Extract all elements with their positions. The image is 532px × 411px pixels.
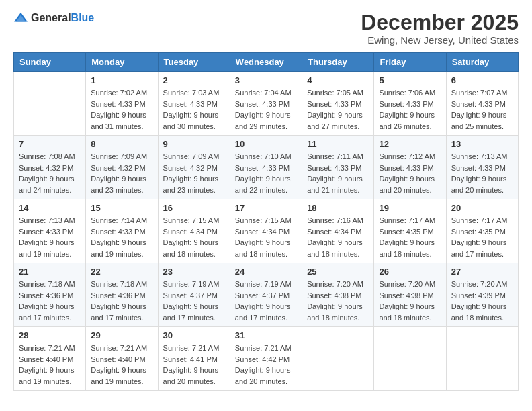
calendar-cell: 7Sunrise: 7:08 AMSunset: 4:32 PMDaylight… [14,136,86,199]
day-detail: Sunrise: 7:18 AMSunset: 4:36 PMDaylight:… [91,279,152,323]
calendar-cell: 5Sunrise: 7:06 AMSunset: 4:33 PMDaylight… [374,72,446,136]
day-detail: Sunrise: 7:08 AMSunset: 4:32 PMDaylight:… [19,151,81,195]
day-number: 30 [163,330,225,340]
day-number: 10 [235,139,297,149]
calendar-cell: 27Sunrise: 7:20 AMSunset: 4:39 PMDayligh… [446,263,518,327]
day-number: 22 [91,267,152,277]
calendar-week-row-1: 7Sunrise: 7:08 AMSunset: 4:32 PMDaylight… [14,136,519,199]
calendar-cell: 10Sunrise: 7:10 AMSunset: 4:33 PMDayligh… [230,136,302,199]
day-detail: Sunrise: 7:12 AMSunset: 4:33 PMDaylight:… [379,151,441,195]
col-friday: Friday [374,53,446,72]
calendar-week-row-3: 21Sunrise: 7:18 AMSunset: 4:36 PMDayligh… [14,263,519,327]
day-detail: Sunrise: 7:02 AMSunset: 4:33 PMDaylight:… [91,87,152,132]
col-sunday: Sunday [14,53,86,72]
day-number: 24 [235,267,297,277]
calendar-cell: 8Sunrise: 7:09 AMSunset: 4:32 PMDaylight… [86,136,158,199]
calendar-week-row-2: 14Sunrise: 7:13 AMSunset: 4:33 PMDayligh… [14,199,519,263]
day-number: 23 [163,267,225,277]
calendar-cell: 29Sunrise: 7:21 AMSunset: 4:40 PMDayligh… [86,327,158,391]
calendar-week-row-0: 1Sunrise: 7:02 AMSunset: 4:33 PMDaylight… [14,72,519,136]
calendar-cell: 17Sunrise: 7:15 AMSunset: 4:34 PMDayligh… [230,199,302,263]
day-detail: Sunrise: 7:21 AMSunset: 4:40 PMDaylight:… [19,342,81,387]
day-detail: Sunrise: 7:19 AMSunset: 4:37 PMDaylight:… [163,279,225,323]
col-monday: Monday [86,53,158,72]
logo-blue: Blue [71,12,95,24]
day-detail: Sunrise: 7:10 AMSunset: 4:33 PMDaylight:… [235,151,297,195]
calendar-cell: 14Sunrise: 7:13 AMSunset: 4:33 PMDayligh… [14,199,86,263]
logo-icon [13,11,28,26]
day-number: 21 [19,267,81,277]
col-wednesday: Wednesday [230,53,302,72]
day-detail: Sunrise: 7:15 AMSunset: 4:34 PMDaylight:… [163,215,225,259]
day-detail: Sunrise: 7:11 AMSunset: 4:33 PMDaylight:… [307,151,369,195]
day-number: 4 [307,75,369,85]
day-detail: Sunrise: 7:21 AMSunset: 4:40 PMDaylight:… [91,342,152,387]
day-number: 7 [19,139,81,149]
calendar-cell: 20Sunrise: 7:17 AMSunset: 4:35 PMDayligh… [446,199,518,263]
logo: GeneralBlue [13,11,94,26]
day-number: 18 [307,203,369,213]
day-number: 25 [307,267,369,277]
day-number: 11 [307,139,369,149]
day-detail: Sunrise: 7:13 AMSunset: 4:33 PMDaylight:… [451,151,513,195]
day-number: 5 [379,75,441,85]
day-detail: Sunrise: 7:20 AMSunset: 4:39 PMDaylight:… [451,279,513,323]
col-thursday: Thursday [302,53,374,72]
calendar-cell: 9Sunrise: 7:09 AMSunset: 4:32 PMDaylight… [158,136,230,199]
day-number: 17 [235,203,297,213]
day-number: 9 [163,139,225,149]
calendar-header-row: Sunday Monday Tuesday Wednesday Thursday… [14,53,519,72]
day-number: 6 [451,75,513,85]
day-number: 27 [451,267,513,277]
day-number: 2 [163,75,225,85]
calendar-cell: 19Sunrise: 7:17 AMSunset: 4:35 PMDayligh… [374,199,446,263]
day-detail: Sunrise: 7:17 AMSunset: 4:35 PMDaylight:… [379,215,441,259]
calendar-cell: 30Sunrise: 7:21 AMSunset: 4:41 PMDayligh… [158,327,230,391]
calendar-cell [302,327,374,391]
page-title: December 2025 [361,11,519,34]
page-subtitle: Ewing, New Jersey, United States [361,34,519,46]
day-number: 31 [235,330,297,340]
day-number: 26 [379,267,441,277]
day-detail: Sunrise: 7:18 AMSunset: 4:36 PMDaylight:… [19,279,81,323]
calendar-week-row-4: 28Sunrise: 7:21 AMSunset: 4:40 PMDayligh… [14,327,519,391]
day-detail: Sunrise: 7:09 AMSunset: 4:32 PMDaylight:… [91,151,152,195]
day-number: 12 [379,139,441,149]
day-number: 16 [163,203,225,213]
day-detail: Sunrise: 7:14 AMSunset: 4:33 PMDaylight:… [91,215,152,259]
day-number: 14 [19,203,81,213]
page-header: GeneralBlue December 2025 Ewing, New Jer… [13,11,519,46]
day-detail: Sunrise: 7:17 AMSunset: 4:35 PMDaylight:… [451,215,513,259]
calendar-cell [374,327,446,391]
day-detail: Sunrise: 7:07 AMSunset: 4:33 PMDaylight:… [451,87,513,132]
col-saturday: Saturday [446,53,518,72]
day-number: 20 [451,203,513,213]
logo-general: General [31,12,71,24]
day-detail: Sunrise: 7:21 AMSunset: 4:42 PMDaylight:… [235,342,297,387]
day-number: 29 [91,330,152,340]
calendar-cell: 25Sunrise: 7:20 AMSunset: 4:38 PMDayligh… [302,263,374,327]
calendar-cell: 22Sunrise: 7:18 AMSunset: 4:36 PMDayligh… [86,263,158,327]
calendar-cell: 6Sunrise: 7:07 AMSunset: 4:33 PMDaylight… [446,72,518,136]
title-area: December 2025 Ewing, New Jersey, United … [361,11,519,46]
calendar-cell: 23Sunrise: 7:19 AMSunset: 4:37 PMDayligh… [158,263,230,327]
calendar-cell: 12Sunrise: 7:12 AMSunset: 4:33 PMDayligh… [374,136,446,199]
calendar-cell: 11Sunrise: 7:11 AMSunset: 4:33 PMDayligh… [302,136,374,199]
calendar-cell: 13Sunrise: 7:13 AMSunset: 4:33 PMDayligh… [446,136,518,199]
day-detail: Sunrise: 7:04 AMSunset: 4:33 PMDaylight:… [235,87,297,132]
calendar-cell: 2Sunrise: 7:03 AMSunset: 4:33 PMDaylight… [158,72,230,136]
day-number: 3 [235,75,297,85]
calendar-cell: 24Sunrise: 7:19 AMSunset: 4:37 PMDayligh… [230,263,302,327]
day-detail: Sunrise: 7:06 AMSunset: 4:33 PMDaylight:… [379,87,441,132]
calendar-cell [14,72,86,136]
day-detail: Sunrise: 7:19 AMSunset: 4:37 PMDaylight:… [235,279,297,323]
day-detail: Sunrise: 7:09 AMSunset: 4:32 PMDaylight:… [163,151,225,195]
calendar-cell: 26Sunrise: 7:20 AMSunset: 4:38 PMDayligh… [374,263,446,327]
day-detail: Sunrise: 7:13 AMSunset: 4:33 PMDaylight:… [19,215,81,259]
day-number: 15 [91,203,152,213]
day-detail: Sunrise: 7:20 AMSunset: 4:38 PMDaylight:… [379,279,441,323]
day-number: 13 [451,139,513,149]
calendar-cell: 18Sunrise: 7:16 AMSunset: 4:34 PMDayligh… [302,199,374,263]
day-detail: Sunrise: 7:03 AMSunset: 4:33 PMDaylight:… [163,87,225,132]
col-tuesday: Tuesday [158,53,230,72]
